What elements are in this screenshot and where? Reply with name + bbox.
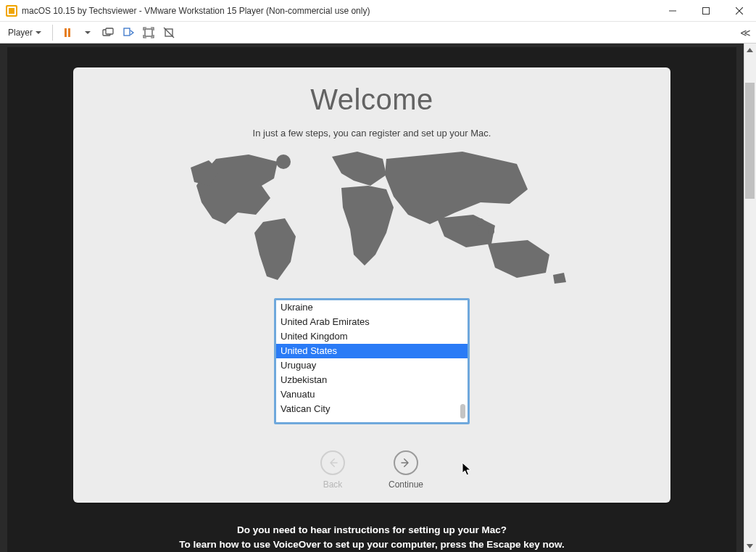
country-option[interactable]: United States [276, 344, 468, 358]
svg-rect-1 [703, 7, 710, 14]
voiceover-line1: Do you need to hear instructions for set… [179, 523, 565, 537]
pause-icon [65, 28, 70, 37]
svg-rect-6 [124, 28, 130, 36]
svg-point-10 [276, 155, 291, 169]
toolbar-separator [52, 25, 53, 41]
manage-vm-button[interactable] [120, 24, 137, 41]
collapse-icon: ≪ [740, 27, 749, 38]
app-icon [6, 5, 17, 17]
window-titlebar: macOS 10.15 by Techsviewer - VMware Work… [0, 0, 756, 22]
macos-setup-card: Welcome In just a few steps, you can reg… [73, 67, 670, 503]
welcome-title: Welcome [310, 83, 433, 116]
world-map [169, 146, 575, 291]
country-option[interactable]: Ukraine [276, 300, 468, 315]
welcome-subtitle: In just a few steps, you can register an… [253, 128, 491, 139]
guest-screen[interactable]: Welcome In just a few steps, you can reg… [7, 47, 736, 552]
back-label: Back [323, 479, 343, 490]
vm-viewport: Welcome In just a few steps, you can reg… [0, 44, 756, 552]
fullscreen-icon [143, 27, 154, 38]
svg-point-11 [477, 218, 484, 226]
scroll-up-button[interactable] [744, 44, 756, 56]
minimize-button[interactable] [656, 0, 689, 22]
country-option[interactable]: Uzbekistan [276, 373, 468, 387]
list-scrollbar-thumb[interactable] [460, 404, 465, 419]
scroll-down-button[interactable] [744, 540, 756, 552]
vmware-toolbar: Player ≪ [0, 22, 756, 44]
country-list[interactable]: UkraineUnited Arab EmiratesUnited Kingdo… [274, 298, 470, 424]
window-title: macOS 10.15 by Techsviewer - VMware Work… [22, 6, 656, 16]
voiceover-line2: To learn how to use VoiceOver to set up … [179, 537, 565, 552]
arrow-left-icon [326, 456, 339, 469]
setup-nav: Back Continue [73, 450, 670, 490]
send-keys-icon [102, 28, 114, 38]
close-button[interactable] [723, 0, 756, 22]
pause-vm-button[interactable] [59, 24, 76, 41]
send-ctrl-alt-del-button[interactable] [99, 24, 117, 41]
voiceover-help-text: Do you need to hear instructions for set… [179, 523, 565, 551]
player-menu[interactable]: Player [3, 25, 46, 40]
svg-rect-7 [145, 29, 152, 36]
host-vertical-scrollbar[interactable] [744, 44, 756, 552]
manage-icon [122, 27, 134, 38]
continue-label: Continue [389, 479, 423, 490]
svg-point-12 [489, 228, 494, 234]
country-option[interactable]: United Arab Emirates [276, 315, 468, 329]
continue-button[interactable]: Continue [389, 450, 423, 490]
maximize-button[interactable] [689, 0, 723, 22]
country-option[interactable]: Vatican City [276, 402, 468, 416]
player-menu-label: Player [8, 28, 33, 38]
world-map-svg [169, 146, 575, 291]
fullscreen-button[interactable] [140, 24, 157, 41]
country-option[interactable]: Uruguay [276, 358, 468, 373]
power-dropdown-button[interactable] [79, 24, 96, 41]
chevron-down-icon [36, 31, 41, 34]
back-button: Back [320, 450, 345, 490]
svg-rect-5 [106, 28, 113, 34]
chevron-down-icon [85, 31, 91, 34]
collapse-toolbar-button[interactable]: ≪ [736, 24, 753, 41]
scrollbar-thumb[interactable] [745, 83, 755, 199]
country-option[interactable]: Vanuatu [276, 387, 468, 402]
unity-icon [163, 27, 175, 38]
arrow-right-icon [399, 456, 412, 469]
unity-mode-button[interactable] [160, 24, 178, 41]
window-controls [656, 0, 756, 22]
country-option[interactable]: United Kingdom [276, 329, 468, 344]
